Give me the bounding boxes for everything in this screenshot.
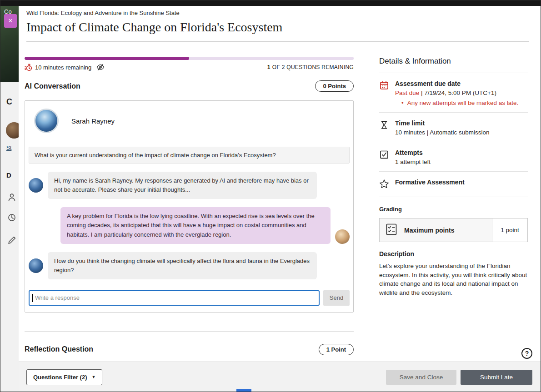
page-title: Impact of Climate Change on Florida's Ec… (26, 20, 527, 35)
maximum-points-label: Maximum points (404, 227, 454, 234)
attempts-icon (379, 149, 389, 165)
chat-message-student: A key problem for Florida is the low lyi… (29, 207, 350, 243)
response-input[interactable] (29, 290, 320, 306)
close-icon: × (8, 17, 12, 25)
attempts-title: Attempts (395, 149, 431, 156)
instructor-avatar[interactable] (6, 122, 19, 139)
underlying-heading-fragment-2: D (6, 171, 11, 179)
attempts-content: Attempts 1 attempt left (395, 149, 431, 165)
ai-conversation-header-row: AI Conversation 0 Points (25, 80, 354, 92)
text-cursor (32, 294, 33, 302)
chat-message-ai: How do you think the changing climate wi… (29, 252, 350, 279)
due-datetime: | 7/19/24, 5:00 PM (UTC+1) (419, 89, 496, 96)
pencil-icon[interactable] (7, 236, 16, 245)
attempts-item: Attempts 1 attempt left (379, 142, 528, 172)
description-heading: Description (379, 250, 528, 258)
time-remaining: 10 minutes remaining (35, 64, 91, 71)
late-warning-text: Any new attempts will be marked as late. (407, 99, 519, 106)
course-title: Wild Florida: Ecology and Adventure in t… (26, 10, 527, 16)
details-heading: Details & Information (379, 57, 528, 66)
ai-persona-name: Sarah Rayney (71, 117, 115, 125)
due-status: Past due (395, 89, 419, 96)
questions-remaining: 1OF 2 QUESTIONS REMAINING (267, 64, 354, 70)
bullet: • (401, 99, 404, 106)
panel-header: Wild Florida: Ecology and Adventure in t… (26, 10, 527, 35)
due-date-item: Assessment due date Past due | 7/19/24, … (379, 73, 528, 113)
questions-filter-button[interactable]: Questions Filter (2) ▼ (26, 369, 102, 385)
chat-body: What is your current understanding of th… (25, 141, 353, 312)
attempts-value: 1 attempt left (395, 159, 431, 165)
hourglass-icon (379, 119, 389, 136)
late-warning: •Any new attempts will be marked as late… (395, 99, 518, 106)
question-mark-icon: ? (525, 350, 529, 357)
rubric-icon (385, 223, 398, 238)
student-message-text: A key problem for Florida is the low lyi… (60, 207, 331, 243)
timer-icon (25, 64, 32, 71)
response-input-wrap (29, 290, 320, 306)
underlying-course-page: Co C St D (0, 6, 19, 392)
question-column: 10 minutes remaining 1OF 2 QUESTIONS REM… (25, 57, 354, 355)
help-button[interactable]: ? (521, 348, 532, 359)
formative-item: Formative Assessment (379, 172, 528, 197)
footer-bar: Questions Filter (2) ▼ Save and Close Su… (19, 362, 541, 392)
time-limit-title: Time limit (395, 119, 490, 127)
header-divider (26, 41, 529, 42)
star-icon (379, 179, 389, 191)
due-date-value: Past due | 7/19/24, 5:00 PM (UTC+1) (395, 89, 518, 96)
student-avatar (335, 229, 350, 244)
maximum-points-cell: Maximum points (380, 218, 492, 242)
questions-remaining-label: OF 2 QUESTIONS REMAINING (272, 64, 354, 70)
chat-message-ai: Hi, my name is Sarah Rayney. My response… (29, 172, 350, 199)
time-limit-content: Time limit 10 minutes | Automatic submis… (395, 119, 490, 136)
progress-fill (25, 57, 189, 60)
formative-content: Formative Assessment (395, 179, 465, 191)
reflection-header-row: Reflection Question 1 Point (25, 344, 354, 355)
underlying-heading-fragment: C (6, 97, 12, 107)
calendar-icon (379, 80, 389, 106)
ai-message-text: Hi, my name is Sarah Rayney. My response… (48, 172, 317, 199)
description-text: Let's explore your understanding of the … (379, 262, 528, 297)
underlying-link-fragment[interactable]: St (6, 145, 11, 151)
ai-avatar (29, 178, 43, 193)
attempt-progress-bar (25, 57, 354, 60)
chevron-down-icon: ▼ (91, 375, 95, 379)
window-top-strip (0, 0, 541, 6)
details-panel: Details & Information Assessment due dat… (379, 57, 528, 297)
timer-row: 10 minutes remaining 1OF 2 QUESTIONS REM… (25, 63, 354, 71)
chat-input-row: Send (29, 290, 350, 306)
hide-timer-icon[interactable] (96, 63, 105, 71)
questions-remaining-count: 1 (267, 64, 270, 70)
send-button[interactable]: Send (323, 290, 350, 306)
underlying-focus-fragment (236, 389, 251, 392)
ai-message-text: How do you think the changing climate wi… (48, 252, 317, 279)
reflection-question-heading: Reflection Question (25, 345, 93, 353)
due-date-content: Assessment due date Past due | 7/19/24, … (395, 80, 518, 106)
grading-heading: Grading (379, 206, 528, 213)
time-limit-item: Time limit 10 minutes | Automatic submis… (379, 113, 528, 142)
ai-conversation-card: Sarah Rayney What is your current unders… (25, 100, 354, 313)
assessment-screen: Co C St D × Wild Florida: Ecology and Ad… (0, 0, 541, 392)
close-panel-button[interactable]: × (4, 14, 17, 28)
grading-box: Maximum points 1 point (379, 218, 528, 242)
reflection-points-badge: 1 Point (319, 344, 354, 355)
ai-persona-avatar (34, 109, 59, 133)
time-limit-value: 10 minutes | Automatic submission (395, 129, 490, 136)
submit-late-button[interactable]: Submit Late (461, 370, 532, 385)
due-date-title: Assessment due date (395, 80, 518, 87)
maximum-points-value: 1 point (492, 218, 527, 242)
question-divider (25, 331, 354, 332)
formative-title: Formative Assessment (395, 179, 465, 186)
persona-row: Sarah Rayney (25, 101, 353, 141)
conversation-prompt: What is your current understanding of th… (29, 147, 350, 164)
ai-avatar (29, 258, 43, 273)
assessment-panel: Wild Florida: Ecology and Adventure in t… (19, 6, 541, 392)
questions-filter-label: Questions Filter (2) (33, 374, 87, 381)
ai-conversation-heading: AI Conversation (25, 82, 80, 90)
save-and-close-button[interactable]: Save and Close (386, 370, 456, 385)
clock-icon[interactable] (7, 213, 16, 222)
person-icon[interactable] (7, 193, 16, 202)
ai-conversation-points-badge: 0 Points (315, 80, 354, 92)
